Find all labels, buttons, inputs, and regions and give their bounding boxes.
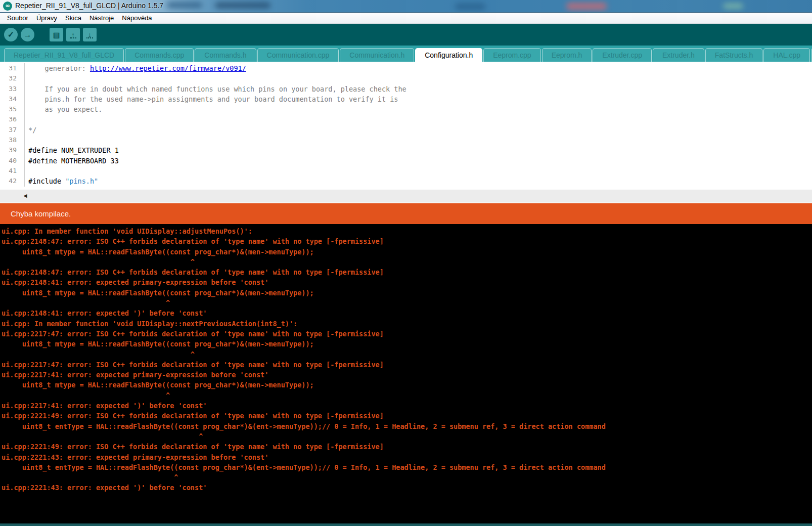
console-error-line: ^ xyxy=(2,298,812,308)
gutter-separator xyxy=(21,145,25,155)
code-token: #include xyxy=(28,177,65,185)
console-error-line: ^ xyxy=(2,390,812,401)
code-token: as you expect. xyxy=(28,105,102,113)
code-token: If you are in doubt which named function… xyxy=(28,85,407,93)
editor-line: 42#include "pins.h" xyxy=(0,176,812,186)
console-error-line: uint8_t entType = HAL::readFlashByte((co… xyxy=(2,462,812,472)
status-bar-edge xyxy=(0,523,812,526)
scroll-left-arrow[interactable]: ◄ xyxy=(22,192,28,199)
line-number: 33 xyxy=(0,84,17,94)
window-title: Repetier_RII_91_V8_full_GLCD | Arduino 1… xyxy=(15,2,163,10)
console-error-line: ^ xyxy=(2,431,812,442)
line-number: 34 xyxy=(0,94,17,104)
tab-extruder-h[interactable]: Extruder.h xyxy=(653,48,704,62)
editor-line: 38 xyxy=(0,135,812,145)
console-error-line: uint8_t mtype = HAL::readFlashByte((cons… xyxy=(2,339,812,349)
menu-item-nastroje[interactable]: Nástroje xyxy=(85,13,118,23)
code-text[interactable] xyxy=(25,135,28,145)
tab-repetier-rii-91-v8-full-glcd[interactable]: Repetier_RII_91_V8_full_GLCD xyxy=(4,48,124,62)
tab-eeprom-cpp[interactable]: Eeprom.cpp xyxy=(483,48,540,62)
code-text[interactable]: */ xyxy=(25,125,36,135)
tab-communication-cpp[interactable]: Communication.cpp xyxy=(257,48,339,62)
code-text[interactable]: generator: http://www.repetier.com/firmw… xyxy=(25,63,246,73)
code-token: generator: xyxy=(45,64,90,72)
tab-eeprom-h[interactable]: Eeprom.h xyxy=(542,48,592,62)
upload-icon: → xyxy=(24,31,32,39)
console-error-line: ui.cpp:2217:47: error: ISO C++ forbids d… xyxy=(2,360,812,370)
console-error-line: ui.cpp:2148:41: error: expected primary-… xyxy=(2,277,812,287)
console-error-line: ui.cpp: In member function 'void UIDispl… xyxy=(2,226,812,236)
tray-line xyxy=(70,37,76,38)
menu-item-upravy[interactable]: Úpravy xyxy=(32,13,61,23)
titlebar-blur-decoration xyxy=(455,3,485,10)
code-editor[interactable]: 31 generator: http://www.repetier.com/fi… xyxy=(0,62,812,190)
gutter-separator xyxy=(21,63,25,73)
code-token: #define MOTHERBOARD 33 xyxy=(28,157,119,165)
title-bar[interactable]: ∞ Repetier_RII_91_V8_full_GLCD | Arduino… xyxy=(0,0,812,13)
arduino-ide-window: ∞ Repetier_RII_91_V8_full_GLCD | Arduino… xyxy=(0,0,812,526)
line-number: 36 xyxy=(0,114,17,124)
console-error-line: ui.cpp:2221:49: error: ISO C++ forbids d… xyxy=(2,442,812,452)
tab-hal-cpp[interactable]: HAL.cpp xyxy=(763,48,810,62)
gutter-separator xyxy=(21,114,25,124)
line-number: 42 xyxy=(0,176,17,186)
upload-button[interactable]: → xyxy=(21,28,34,41)
menu-item-skica[interactable]: Skica xyxy=(61,13,85,23)
tab-fatstructs-h[interactable]: FatStructs.h xyxy=(705,48,762,62)
firmware-url-link[interactable]: http://www.repetier.com/firmware/v091/ xyxy=(90,64,246,72)
code-token: pins.h for the used name->pin assignment… xyxy=(28,95,398,103)
code-text[interactable]: #define MOTHERBOARD 33 xyxy=(25,156,119,166)
editor-line: 35 as you expect. xyxy=(0,104,812,114)
tray-line xyxy=(86,37,93,38)
code-text[interactable] xyxy=(25,114,28,124)
open-button[interactable]: ↑ xyxy=(66,28,80,41)
code-text[interactable]: pins.h for the used name->pin assignment… xyxy=(25,94,398,104)
console-error-line: uint8_t mtype = HAL::readFlashByte((cons… xyxy=(2,288,812,298)
gutter-separator xyxy=(21,104,25,114)
code-text[interactable]: as you expect. xyxy=(25,104,102,114)
new-button[interactable]: ▤ xyxy=(50,28,63,41)
gutter-separator xyxy=(21,135,25,145)
console-error-line: ui.cpp:2217:41: error: expected ')' befo… xyxy=(2,401,812,411)
tab-commands-h[interactable]: Commands.h xyxy=(195,48,256,62)
titlebar-blur-decoration xyxy=(723,3,743,9)
verify-icon: ✓ xyxy=(8,31,14,39)
line-number: 32 xyxy=(0,73,17,83)
horizontal-scrollbar[interactable]: ◄ xyxy=(0,190,812,202)
tab-strip: Repetier_RII_91_V8_full_GLCDCommands.cpp… xyxy=(0,46,812,62)
code-text[interactable]: If you are in doubt which named function… xyxy=(25,84,407,94)
console-error-line: ^ xyxy=(2,472,812,483)
tab-communication-h[interactable]: Communication.h xyxy=(340,48,414,62)
code-text[interactable]: #define NUM_EXTRUDER 1 xyxy=(25,145,119,155)
line-number: 41 xyxy=(0,166,17,176)
gutter-separator xyxy=(21,94,25,104)
save-button[interactable]: ↓ xyxy=(83,28,97,41)
console-error-line: ui.cpp:2148:47: error: ISO C++ forbids d… xyxy=(2,236,812,246)
code-text[interactable] xyxy=(25,73,28,83)
menu-item-soubor[interactable]: Soubor xyxy=(3,13,32,23)
editor-line: 34 pins.h for the used name->pin assignm… xyxy=(0,94,812,104)
code-text[interactable]: #include "pins.h" xyxy=(25,176,98,186)
line-number: 31 xyxy=(0,63,17,73)
gutter-separator xyxy=(21,84,25,94)
tab-commands-cpp[interactable]: Commands.cpp xyxy=(125,48,194,62)
console-error-line: ui.cpp:2148:41: error: expected ')' befo… xyxy=(2,308,812,318)
error-console[interactable]: ui.cpp: In member function 'void UIDispl… xyxy=(0,224,812,523)
titlebar-blur-decoration xyxy=(215,2,270,9)
console-error-line: ui.cpp:2221:43: error: expected ')' befo… xyxy=(2,483,812,493)
line-number: 37 xyxy=(0,125,17,135)
titlebar-blur-decoration xyxy=(566,3,607,10)
tab-extruder-cpp[interactable]: Extruder.cpp xyxy=(593,48,652,62)
editor-line: 37*/ xyxy=(0,125,812,135)
menu-item-napoveda[interactable]: Nápověda xyxy=(118,13,156,23)
compile-error-banner: Chyba kompilace. xyxy=(0,202,812,224)
code-token: */ xyxy=(28,126,36,134)
editor-line: 31 generator: http://www.repetier.com/fi… xyxy=(0,63,812,73)
code-text[interactable] xyxy=(25,166,28,176)
tab-configuration-h[interactable]: Configuration.h xyxy=(415,48,482,62)
menu-bar: SouborÚpravySkicaNástrojeNápověda xyxy=(0,13,812,24)
gutter-separator xyxy=(21,73,25,83)
console-error-line: ui.cpp:2148:47: error: ISO C++ forbids d… xyxy=(2,267,812,277)
verify-button[interactable]: ✓ xyxy=(4,28,18,41)
editor-line: 40#define MOTHERBOARD 33 xyxy=(0,156,812,166)
